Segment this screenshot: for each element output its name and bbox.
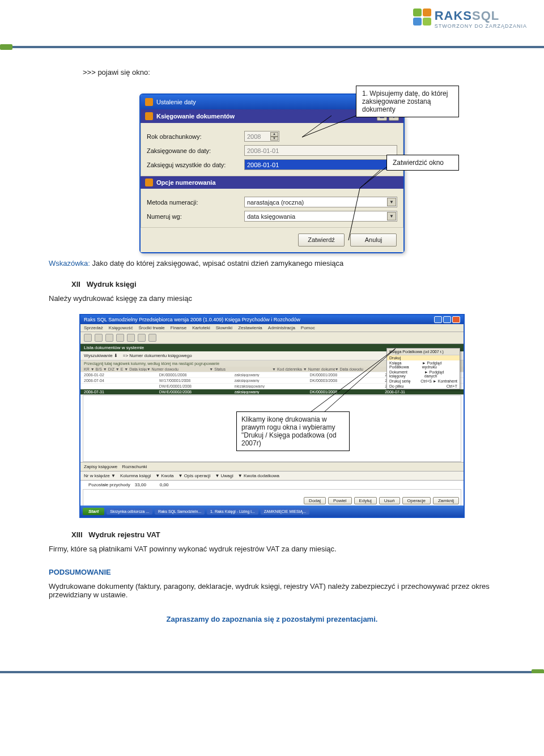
app-screenshot: Raks SQL Samodzielny Przedsiębiorca wers… <box>79 314 465 518</box>
print-menu[interactable]: Księga Podatkowa (od 2007 r.) Drukuj Ksi… <box>386 348 460 389</box>
close-icon[interactable] <box>452 316 460 323</box>
toolbar <box>80 332 464 344</box>
delete-button[interactable]: Usuń <box>379 497 400 504</box>
svg-line-4 <box>348 188 360 240</box>
start-button[interactable]: Start <box>83 508 104 515</box>
intro-line: >>> pojawi się okno: <box>83 68 495 77</box>
callout-date: 1. Wpisujemy datę, do której zaksięgowan… <box>356 86 459 117</box>
section-icon <box>145 112 153 120</box>
menu-item[interactable]: Kartoteki <box>192 325 210 330</box>
svg-line-5 <box>311 349 396 412</box>
tip: Wskazówka: Jako datę do której zaksięgow… <box>49 259 495 267</box>
dropdown-arrow-icon[interactable]: ▼ <box>387 212 396 220</box>
section-xiii-heading: XIII Wydruk rejestru VAT <box>71 530 495 539</box>
section-booking-label: Księgowanie dokumentów <box>156 113 235 120</box>
add-button[interactable]: Dodaj <box>304 497 326 504</box>
action-buttons: Dodaj Powiel Edytuj Usuń Operacje Zamkni… <box>304 497 459 504</box>
app-titlebar[interactable]: Raks SQL Samodzielny Przedsiębiorca wers… <box>80 315 464 324</box>
menu-item[interactable]: Pomoc <box>301 325 315 330</box>
year-label: Rok obrachunkowy: <box>147 133 244 140</box>
summary-body: Wydrukowane dokumenty (faktury, paragony… <box>49 582 495 599</box>
close-button[interactable]: Zamknij <box>433 497 459 504</box>
section-xii-body: Należy wydrukować księgę za dany miesiąc <box>49 294 495 303</box>
menu-item[interactable]: Administracja <box>268 325 295 330</box>
method-label: Metoda numeracji: <box>147 199 244 206</box>
svg-line-2 <box>360 167 387 188</box>
bottom-grid-head: Nr w księdze ▼Kolumna księgi▼ Kwota▼ Opi… <box>80 471 464 480</box>
page-footer <box>0 665 544 673</box>
dialog-title: Ustalenie daty <box>156 99 196 105</box>
minimize-icon[interactable] <box>434 316 442 323</box>
section-icon <box>145 179 153 186</box>
logo-brand-alt: SQL <box>472 9 499 23</box>
section-xiii-body: Firmy, które są płatnikami VAT powinny w… <box>49 545 495 553</box>
summary-heading: PODSUMOWANIE <box>49 568 495 576</box>
logo-brand-main: RAKS <box>435 9 472 23</box>
svg-line-1 <box>302 116 332 137</box>
tool-icon[interactable] <box>148 334 156 342</box>
edit-button[interactable]: Edytuj <box>354 497 377 504</box>
dialog-wrap: 1. Wpisujemy datę, do której zaksięgowan… <box>91 82 453 253</box>
tool-icon[interactable] <box>116 334 124 342</box>
menu-item[interactable]: Finanse <box>171 325 186 330</box>
menu-item[interactable]: Księgowość <box>109 325 133 330</box>
bottom-grid-row: Pozostałe przychody33,000,00 <box>80 480 464 489</box>
taskbar-item[interactable]: Skrzynka odbiorcza ... <box>107 508 152 515</box>
operations-button[interactable]: Operacje <box>402 497 431 504</box>
tool-icon[interactable] <box>105 334 113 342</box>
spinner-icon[interactable]: ▲▼ <box>270 132 278 141</box>
page-header: RAKSSQL STWORZONY DO ZARZĄDZANIA <box>0 0 544 43</box>
logo: RAKSSQL STWORZONY DO ZARZĄDZANIA <box>413 9 527 29</box>
menu-item[interactable]: Zestawienia <box>238 325 262 330</box>
menu-item[interactable]: Sprzedaż <box>84 325 103 330</box>
menubar[interactable]: Sprzedaż Księgowość Środki trwałe Finans… <box>80 324 464 332</box>
svg-line-0 <box>302 116 356 137</box>
callout-confirm: Zatwierdzić okno <box>386 155 459 171</box>
tool-icon[interactable] <box>95 334 103 342</box>
tool-icon[interactable] <box>84 334 92 342</box>
number-by-label: Numeruj wg: <box>147 213 244 220</box>
year-field: 2008 ▲▼ <box>244 131 279 142</box>
taskbar-item[interactable]: 1. Raks Księgi - Lizing i... <box>207 508 258 515</box>
print-icon[interactable] <box>127 334 135 342</box>
taskbar[interactable]: Start Skrzynka odbiorcza ... Raks SQL Sa… <box>80 506 464 517</box>
svg-line-3 <box>360 170 380 188</box>
taskbar-item[interactable]: ZAMKNIĘCIE MIESIĄ... <box>261 508 309 515</box>
book-all-to-label: Zaksięguj wszystkie do daty: <box>147 162 244 168</box>
bottom-tabs[interactable]: Zapisy księgoweRozrachunki <box>80 462 464 471</box>
taskbar-item[interactable]: Raks SQL Samodzieln... <box>155 508 205 515</box>
section-numbering-label: Opcje numerowania <box>156 179 216 186</box>
header-rule <box>0 46 544 48</box>
maximize-icon[interactable] <box>443 316 451 323</box>
app-icon <box>145 98 153 106</box>
tool-icon[interactable] <box>138 334 146 342</box>
callout-print: Klikamy ikonę drukowania w prawym rogu o… <box>236 411 350 451</box>
booked-to-label: Zaksięgowane do daty: <box>147 147 244 154</box>
footer-link[interactable]: Zapraszamy do zapoznania się z pozostały… <box>49 615 495 623</box>
duplicate-button[interactable]: Powiel <box>328 497 352 504</box>
section-xii-heading: XII Wydruk księgi <box>71 280 495 288</box>
confirm-button[interactable]: Zatwierdź <box>298 233 345 247</box>
svg-line-6 <box>324 349 396 412</box>
logo-tagline: STWORZONY DO ZARZĄDZANIA <box>435 23 527 29</box>
menu-item[interactable]: Środki trwałe <box>138 325 164 330</box>
menu-item[interactable]: Słowniki <box>216 325 232 330</box>
dropdown-arrow-icon[interactable]: ▼ <box>387 198 396 206</box>
booked-to-field: 2008-01-01 <box>244 145 397 156</box>
logo-icon <box>413 9 431 26</box>
